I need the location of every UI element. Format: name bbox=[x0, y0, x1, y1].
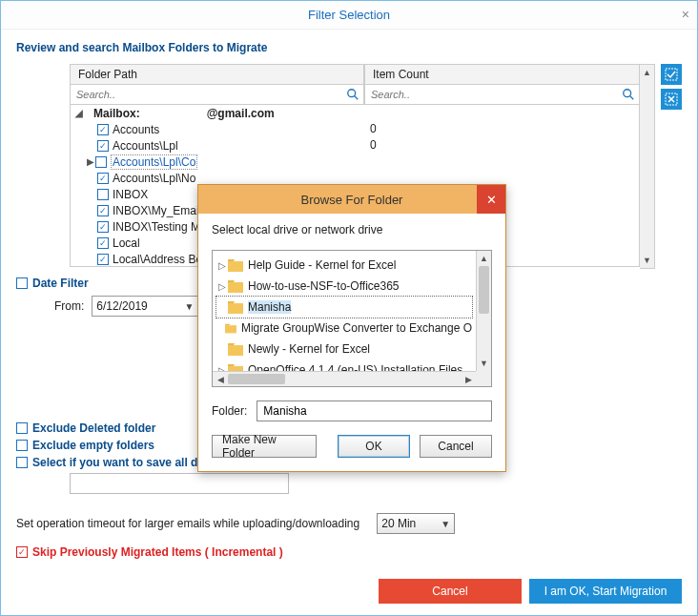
folder-item[interactable]: Newly - Kernel for Excel bbox=[216, 339, 472, 359]
scroll-thumb[interactable] bbox=[228, 374, 285, 384]
caret-down-icon[interactable]: ◢ bbox=[74, 108, 84, 118]
filter-selection-window: Filter Selection × Review and search Mai… bbox=[0, 0, 698, 616]
scroll-right-icon[interactable]: ▶ bbox=[461, 372, 476, 386]
checkbox-icon[interactable]: ✓ bbox=[16, 422, 28, 434]
folder-field-label: Folder: bbox=[212, 404, 247, 418]
scroll-thumb[interactable] bbox=[479, 266, 489, 314]
mailbox-root-row[interactable]: ◢ Mailbox: @gmail.com bbox=[71, 105, 364, 121]
from-date-input[interactable]: 6/12/2019 ▼ bbox=[92, 296, 198, 317]
folder-item[interactable]: ▷Help Guide - Kernel for Excel bbox=[216, 255, 472, 276]
expand-icon[interactable]: ▷ bbox=[216, 281, 228, 292]
date-filter-label: Date Filter bbox=[32, 277, 89, 290]
checkbox-icon[interactable]: ✓ bbox=[16, 546, 28, 558]
folder-item[interactable]: ▷OpenOffice 4.1.4 (en-US) Installation F… bbox=[216, 359, 472, 371]
vertical-scrollbar[interactable]: ▲ ▼ bbox=[476, 251, 491, 371]
timeout-label: Set operation timeout for larger emails … bbox=[16, 517, 359, 530]
path-search-input[interactable] bbox=[74, 88, 346, 101]
deselect-all-button[interactable] bbox=[661, 89, 682, 110]
scroll-corner bbox=[476, 371, 491, 386]
select-all-button[interactable] bbox=[661, 64, 682, 85]
vertical-scrollbar[interactable]: ▲ ▼ bbox=[640, 64, 655, 269]
folder-browser-tree[interactable]: ▷Help Guide - Kernel for Excel ▷How-to-u… bbox=[212, 250, 492, 387]
scroll-down-icon[interactable]: ▼ bbox=[477, 356, 491, 371]
column-header-count[interactable]: Item Count bbox=[364, 64, 640, 84]
page-heading: Review and search Mailbox Folders to Mig… bbox=[16, 41, 682, 54]
count-cell: 0 bbox=[364, 137, 639, 154]
search-icon[interactable] bbox=[346, 88, 359, 101]
folder-item[interactable]: ▷How-to-use-NSF-to-Office365 bbox=[216, 276, 472, 297]
checkbox-icon[interactable]: ✓ bbox=[16, 440, 28, 451]
mailbox-address-suffix: @gmail.com bbox=[207, 107, 275, 120]
path-search[interactable] bbox=[70, 84, 364, 105]
scroll-down-icon[interactable]: ▼ bbox=[640, 253, 654, 268]
search-icon[interactable] bbox=[622, 88, 635, 101]
start-migration-button[interactable]: I am OK, Start Migration bbox=[529, 579, 682, 604]
cancel-button[interactable]: Cancel bbox=[420, 435, 492, 458]
svg-point-2 bbox=[624, 90, 631, 97]
window-title: Filter Selection bbox=[308, 8, 390, 22]
count-cell bbox=[364, 105, 639, 121]
chevron-down-icon[interactable]: ▼ bbox=[441, 519, 450, 529]
folder-item-selected[interactable]: Manisha bbox=[216, 297, 472, 318]
skip-migrated-option[interactable]: ✓ Skip Previously Migrated Items ( Incre… bbox=[16, 545, 682, 559]
cancel-button[interactable]: Cancel bbox=[379, 579, 522, 604]
scroll-up-icon[interactable]: ▲ bbox=[640, 65, 654, 80]
svg-line-1 bbox=[355, 96, 359, 100]
scroll-left-icon[interactable]: ◀ bbox=[213, 372, 228, 386]
from-date-value: 6/12/2019 bbox=[96, 299, 147, 313]
browse-folder-dialog: Browse For Folder ✕ Select local drive o… bbox=[197, 184, 506, 472]
checkbox-icon[interactable]: ✓ bbox=[16, 277, 28, 289]
tree-row[interactable]: ▶✓Accounts\Lpl\Co bbox=[71, 154, 364, 170]
caret-right-icon[interactable]: ▶ bbox=[86, 156, 95, 167]
close-icon[interactable]: × bbox=[682, 7, 689, 22]
checkbox-icon[interactable]: ✓ bbox=[97, 140, 109, 152]
chevron-down-icon[interactable]: ▼ bbox=[184, 301, 194, 312]
scroll-up-icon[interactable]: ▲ bbox=[477, 251, 491, 266]
save-path-input[interactable] bbox=[70, 473, 289, 494]
timeout-value: 20 Min bbox=[381, 517, 416, 530]
svg-rect-4 bbox=[666, 69, 677, 80]
count-search[interactable] bbox=[364, 84, 640, 105]
dialog-titlebar: Browse For Folder ✕ bbox=[198, 185, 505, 214]
tree-row[interactable]: ✓Accounts\Lpl bbox=[71, 137, 364, 154]
timeout-dropdown[interactable]: 20 Min ▼ bbox=[377, 513, 455, 534]
checkbox-icon[interactable]: ✓ bbox=[97, 254, 109, 265]
count-cell: 0 bbox=[364, 121, 639, 137]
mailbox-label: Mailbox: bbox=[93, 107, 140, 120]
dialog-title: Browse For Folder bbox=[301, 193, 403, 207]
checkbox-icon[interactable]: ✓ bbox=[97, 124, 109, 135]
close-icon[interactable]: ✕ bbox=[477, 185, 505, 214]
checkbox-icon[interactable]: ✓ bbox=[95, 156, 107, 168]
horizontal-scrollbar[interactable]: ◀ ▶ bbox=[213, 371, 476, 386]
folder-item[interactable]: Migrate GroupWise Converter to Exchange … bbox=[216, 318, 472, 339]
folder-name-input[interactable] bbox=[257, 400, 492, 421]
tree-row[interactable]: ✓Accounts bbox=[71, 121, 364, 137]
checkbox-icon[interactable]: ✓ bbox=[97, 237, 109, 249]
checkbox-icon[interactable]: ✓ bbox=[16, 457, 28, 468]
svg-line-3 bbox=[630, 96, 634, 100]
count-search-input[interactable] bbox=[369, 88, 622, 101]
checkbox-icon[interactable]: ✓ bbox=[97, 189, 109, 200]
ok-button[interactable]: OK bbox=[338, 435, 410, 458]
checkbox-icon[interactable]: ✓ bbox=[97, 173, 109, 184]
checkbox-icon[interactable]: ✓ bbox=[97, 205, 109, 216]
obscured-text bbox=[140, 109, 207, 118]
dialog-instruction: Select local drive or network drive bbox=[212, 223, 492, 236]
titlebar: Filter Selection × bbox=[1, 1, 697, 30]
expand-icon[interactable]: ▷ bbox=[216, 260, 228, 271]
make-new-folder-button[interactable]: Make New Folder bbox=[212, 435, 317, 458]
from-label: From: bbox=[54, 299, 84, 313]
checkbox-icon[interactable]: ✓ bbox=[97, 221, 109, 233]
svg-point-0 bbox=[348, 90, 356, 97]
column-header-path[interactable]: Folder Path bbox=[70, 64, 364, 84]
